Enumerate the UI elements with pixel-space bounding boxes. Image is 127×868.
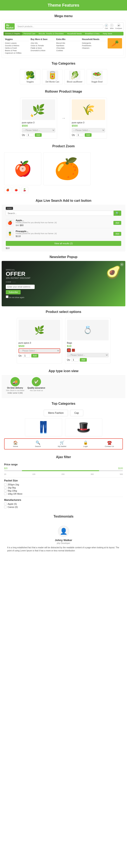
nav-item-breakfast[interactable]: Breakfast & Dairy xyxy=(84,32,101,35)
quality-sublabel: You can trust us xyxy=(30,390,43,392)
app-nav-home[interactable]: 🏠 Home xyxy=(13,440,18,447)
zoom-thumb-3[interactable]: 🍒 xyxy=(21,187,28,193)
rollover-add-btn-2[interactable]: Add xyxy=(85,133,92,137)
section-title-top-categories: Top Categories xyxy=(0,62,127,65)
nav-item-personal[interactable]: Personal Care xyxy=(22,32,37,35)
mega-item[interactable]: Onion & Tomato xyxy=(31,44,55,47)
quality-label: Quality assurance xyxy=(27,387,45,389)
nav-item-household[interactable]: Household Needs xyxy=(65,32,84,35)
mega-item[interactable]: Herbs & Fresh xyxy=(5,47,29,49)
rollover-product-1: 🌿 👆 pure-spice-3 $500 -- Please Select -… xyxy=(20,98,57,138)
category-label-veggiebowl: Veggie Bowl xyxy=(91,81,102,83)
select-qty-input-2[interactable] xyxy=(71,358,78,362)
mega-item[interactable]: Drumstick & More xyxy=(31,49,55,52)
select-add-btn-1[interactable]: Add xyxy=(31,354,38,358)
newsletter-email-input[interactable] xyxy=(6,285,35,289)
delivery-sublabel: 75% Stock is out there xyxy=(6,390,24,392)
app-nav-login[interactable]: 🔒 Login xyxy=(83,440,88,447)
mega-item[interactable]: Gourds & Melons xyxy=(5,44,29,47)
mega-item[interactable]: Palak & More xyxy=(31,47,55,49)
filter-checkbox-canoo[interactable] xyxy=(4,506,7,508)
select-add-btn-2[interactable]: Add xyxy=(80,358,87,362)
select-product-select-1[interactable]: -- Please Select -- xyxy=(19,348,60,353)
price-max: $100 xyxy=(118,467,123,469)
mega-col-buy: Buy More & Save Aloo Mix Onion & Tomato … xyxy=(31,38,55,54)
nav-item-grocery[interactable]: Grocery & Staples xyxy=(3,32,22,35)
app-cat-btn-cap[interactable]: Cap xyxy=(70,410,83,416)
compare-icon-item[interactable]: ⇄ Compare xyxy=(115,24,122,29)
price-range-values: $20 $100 xyxy=(4,467,123,469)
app-icons-row: 🚚 On time delivery 75% Stock is out ther… xyxy=(6,377,121,394)
wishlist-icon-item[interactable]: ♡ Wish xyxy=(110,24,114,29)
filter-checkbox-5kg[interactable] xyxy=(4,490,7,492)
filter-checkbox-250gm[interactable] xyxy=(4,483,7,486)
select-qty-input-1[interactable] xyxy=(23,354,30,358)
select-options-section: 🌿 pure-spice-3 $500 -- Please Select -- … xyxy=(0,316,127,366)
mega-item[interactable]: Capsicum & Chillies xyxy=(5,52,29,54)
price-min: $20 xyxy=(4,467,8,469)
mega-item[interactable]: Aloo Mix xyxy=(31,42,55,44)
mega-item[interactable]: Green Leaves xyxy=(5,42,29,44)
mega-search-box[interactable]: Search products... xyxy=(16,25,103,28)
filter-checkbox-1kg[interactable] xyxy=(4,486,7,489)
search-nav-label: Search xyxy=(35,445,41,447)
category-label-cauliflower: Blood cauliflower xyxy=(67,81,83,83)
mega-item[interactable]: Fresheners xyxy=(82,44,106,47)
nav-item-biscuits[interactable]: Biscuits, Snacks & Chocolates xyxy=(37,32,66,35)
app-nav-contact[interactable]: ☎️ Contact Us xyxy=(105,440,114,447)
category-item-delmonte[interactable]: 🥫 Del Monte Can xyxy=(42,69,63,84)
price-labels-row: 20 100 200 300 500 xyxy=(4,473,123,475)
newsletter-checkbox-input[interactable] xyxy=(6,296,8,298)
nav-item-party[interactable]: Party Store xyxy=(101,32,114,35)
rollover-qty-row-2: Qty Add xyxy=(72,133,105,137)
category-item-veggies[interactable]: 🥦 Veggies xyxy=(20,69,40,84)
cursor-hand-icon: 👆 xyxy=(30,114,34,117)
color-swatch-dark-red[interactable] xyxy=(71,348,75,352)
ajax-price-strike-1: $60 xyxy=(16,224,19,226)
page-title: Theme Features xyxy=(47,3,79,7)
mega-item[interactable]: Cleaners xyxy=(82,47,106,49)
select-product-select-2[interactable]: -- Please Select -- xyxy=(67,353,109,357)
cart-icon-item[interactable]: 🛒 Cart xyxy=(104,24,108,29)
mega-item[interactable]: Biscuit Mix xyxy=(56,42,81,44)
rollover-product-price-2: $500 xyxy=(72,124,105,127)
zoom-thumb-2[interactable]: 🍅 xyxy=(12,187,20,193)
ajax-result-add-btn-2[interactable]: Add xyxy=(114,232,121,236)
zoom-thumb-1[interactable]: 🍎 xyxy=(4,187,11,193)
rollover-qty-input-2[interactable] xyxy=(76,133,84,137)
rollover-product-select-2[interactable]: -- Please Select -- xyxy=(72,128,105,132)
mega-item[interactable]: Beans & Peas xyxy=(5,49,29,52)
filter-checkbox-10kg[interactable] xyxy=(4,493,7,495)
price-slider-track[interactable] xyxy=(4,470,123,471)
rollover-product-select-1[interactable]: -- Please Select -- xyxy=(22,128,55,132)
rollover-product-name-2: pure-spice-3 xyxy=(72,121,105,124)
testimonial-text-1: It is a long established fact that a rea… xyxy=(7,546,120,552)
app-nav-search[interactable]: 🔍 Search xyxy=(35,440,41,447)
newsletter-subscribe-button[interactable]: Subscribe xyxy=(6,290,21,294)
category-item-veggiebowl[interactable]: 🥗 Veggie Bowl xyxy=(87,69,107,84)
ajax-result-add-btn-1[interactable]: Add xyxy=(114,221,121,225)
mega-item[interactable]: Chocolate xyxy=(56,47,81,49)
rollover-add-btn-1[interactable]: Add xyxy=(35,133,42,137)
category-item-cauliflower[interactable]: 🥬 Blood cauliflower xyxy=(64,69,85,84)
ajax-view-all-button[interactable]: View all results (2) xyxy=(6,241,121,246)
color-swatch-red[interactable] xyxy=(67,348,71,352)
rollover-product-name-1: pure-spice-3 xyxy=(22,121,55,124)
mega-item[interactable]: Cookies xyxy=(56,49,81,52)
ajax-search-input[interactable] xyxy=(6,211,114,216)
mega-item[interactable]: Namkeen xyxy=(56,44,81,47)
app-bottom-navigation: 🏠 Home 🔍 Search 🛒 My basket 🔒 Login ☎️ C… xyxy=(4,438,123,450)
ajax-search-button[interactable]: 🔍 xyxy=(114,211,121,216)
select-product-1: 🌿 pure-spice-3 $500 -- Please Select -- … xyxy=(17,318,62,364)
app-cat-btn-mens[interactable]: Mens Fashion xyxy=(44,410,68,416)
rollover-qty-input-1[interactable] xyxy=(26,133,34,137)
mega-item[interactable]: Detergents xyxy=(82,42,106,44)
app-nav-basket[interactable]: 🛒 My basket xyxy=(58,440,66,447)
select-product-name-2: Bags xyxy=(67,342,109,344)
newsletter-close-button[interactable]: ✕ xyxy=(120,262,124,266)
zoom-section: 🍎 + 🍎 🍅 🍒 🍊 xyxy=(0,150,127,195)
rollover-section: 🌿 👆 pure-spice-3 $500 -- Please Select -… xyxy=(0,95,127,141)
app-category-image-mens: 👖 xyxy=(25,418,62,436)
filter-checkbox-apple[interactable] xyxy=(4,503,7,505)
filter-manufacturer-canoo: Canoo (0) xyxy=(4,506,123,508)
